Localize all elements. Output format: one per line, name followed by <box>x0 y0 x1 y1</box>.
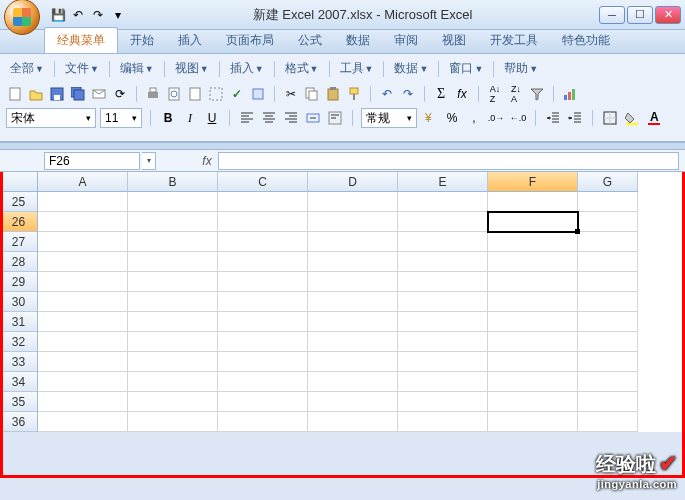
bold-button[interactable]: B <box>159 109 177 127</box>
row-header-31[interactable]: 31 <box>0 312 38 332</box>
cell-G25[interactable] <box>578 192 638 212</box>
cell-E29[interactable] <box>398 272 488 292</box>
cell-E35[interactable] <box>398 392 488 412</box>
menu-data[interactable]: 数据▼ <box>390 58 432 79</box>
tab-review[interactable]: 审阅 <box>382 28 430 53</box>
cell-C31[interactable] <box>218 312 308 332</box>
tab-data[interactable]: 数据 <box>334 28 382 53</box>
column-header-B[interactable]: B <box>128 172 218 192</box>
cell-E34[interactable] <box>398 372 488 392</box>
office-button[interactable] <box>4 0 40 35</box>
cell-G33[interactable] <box>578 352 638 372</box>
italic-button[interactable]: I <box>181 109 199 127</box>
cell-E25[interactable] <box>398 192 488 212</box>
redo-icon[interactable]: ↷ <box>90 7 106 23</box>
cell-C34[interactable] <box>218 372 308 392</box>
filter-icon[interactable] <box>528 85 546 103</box>
cell-D26[interactable] <box>308 212 398 232</box>
open-icon[interactable] <box>27 85 45 103</box>
increase-indent-icon[interactable] <box>566 109 584 127</box>
minimize-button[interactable]: ─ <box>599 6 625 24</box>
cell-C35[interactable] <box>218 392 308 412</box>
cell-F28[interactable] <box>488 252 578 272</box>
close-button[interactable]: ✕ <box>655 6 681 24</box>
cell-A36[interactable] <box>38 412 128 432</box>
cell-C29[interactable] <box>218 272 308 292</box>
cell-C25[interactable] <box>218 192 308 212</box>
formula-bar[interactable] <box>218 152 679 170</box>
row-header-34[interactable]: 34 <box>0 372 38 392</box>
cell-C27[interactable] <box>218 232 308 252</box>
number-format-combo[interactable]: 常规▾ <box>361 108 417 128</box>
cell-E32[interactable] <box>398 332 488 352</box>
cell-F29[interactable] <box>488 272 578 292</box>
format-painter-icon[interactable] <box>345 85 363 103</box>
cell-E36[interactable] <box>398 412 488 432</box>
row-header-25[interactable]: 25 <box>0 192 38 212</box>
cell-D25[interactable] <box>308 192 398 212</box>
cell-A32[interactable] <box>38 332 128 352</box>
align-center-icon[interactable] <box>260 109 278 127</box>
cell-B31[interactable] <box>128 312 218 332</box>
cell-G30[interactable] <box>578 292 638 312</box>
row-header-30[interactable]: 30 <box>0 292 38 312</box>
cell-D35[interactable] <box>308 392 398 412</box>
fill-handle[interactable] <box>575 229 580 234</box>
align-right-icon[interactable] <box>282 109 300 127</box>
increase-decimal-icon[interactable]: .0→ <box>487 109 505 127</box>
cell-F36[interactable] <box>488 412 578 432</box>
row-header-33[interactable]: 33 <box>0 352 38 372</box>
menu-tools[interactable]: 工具▼ <box>336 58 378 79</box>
menu-insert[interactable]: 插入▼ <box>226 58 268 79</box>
cell-D33[interactable] <box>308 352 398 372</box>
menu-view[interactable]: 视图▼ <box>171 58 213 79</box>
cell-A29[interactable] <box>38 272 128 292</box>
function-icon[interactable]: fx <box>453 85 471 103</box>
undo-icon[interactable]: ↶ <box>378 85 396 103</box>
percent-icon[interactable]: % <box>443 109 461 127</box>
decrease-decimal-icon[interactable]: ←.0 <box>509 109 527 127</box>
cell-B35[interactable] <box>128 392 218 412</box>
menu-window[interactable]: 窗口▼ <box>445 58 487 79</box>
cell-F25[interactable] <box>488 192 578 212</box>
cell-G34[interactable] <box>578 372 638 392</box>
cell-D34[interactable] <box>308 372 398 392</box>
cell-E26[interactable] <box>398 212 488 232</box>
save-icon[interactable] <box>48 85 66 103</box>
column-header-C[interactable]: C <box>218 172 308 192</box>
tab-page-layout[interactable]: 页面布局 <box>214 28 286 53</box>
column-header-D[interactable]: D <box>308 172 398 192</box>
cell-A35[interactable] <box>38 392 128 412</box>
cell-D31[interactable] <box>308 312 398 332</box>
cell-C30[interactable] <box>218 292 308 312</box>
undo-icon[interactable]: ↶ <box>70 7 86 23</box>
save-icon[interactable]: 💾 <box>50 7 66 23</box>
cell-B27[interactable] <box>128 232 218 252</box>
cell-G26[interactable] <box>578 212 638 232</box>
autosum-icon[interactable]: Σ <box>432 85 450 103</box>
print-icon[interactable] <box>144 85 162 103</box>
column-header-F[interactable]: F <box>488 172 578 192</box>
row-header-28[interactable]: 28 <box>0 252 38 272</box>
font-color-icon[interactable]: A <box>645 109 663 127</box>
chart-icon[interactable] <box>561 85 579 103</box>
redo-icon[interactable]: ↷ <box>399 85 417 103</box>
menu-help[interactable]: 帮助▼ <box>500 58 542 79</box>
tab-insert[interactable]: 插入 <box>166 28 214 53</box>
menu-format[interactable]: 格式▼ <box>281 58 323 79</box>
cell-B30[interactable] <box>128 292 218 312</box>
cell-C33[interactable] <box>218 352 308 372</box>
cell-D36[interactable] <box>308 412 398 432</box>
cell-C32[interactable] <box>218 332 308 352</box>
row-header-26[interactable]: 26 <box>0 212 38 232</box>
cell-G35[interactable] <box>578 392 638 412</box>
cell-E28[interactable] <box>398 252 488 272</box>
font-size-combo[interactable]: 11▾ <box>100 108 142 128</box>
sort-desc-icon[interactable]: Z↓A <box>507 85 525 103</box>
cell-A31[interactable] <box>38 312 128 332</box>
cell-B32[interactable] <box>128 332 218 352</box>
copy-icon[interactable] <box>303 85 321 103</box>
cell-B29[interactable] <box>128 272 218 292</box>
column-header-A[interactable]: A <box>38 172 128 192</box>
cell-G32[interactable] <box>578 332 638 352</box>
